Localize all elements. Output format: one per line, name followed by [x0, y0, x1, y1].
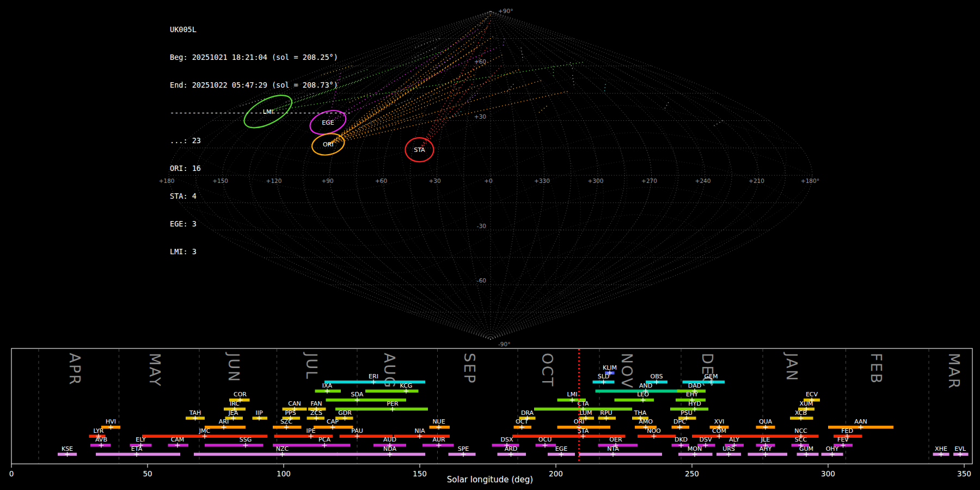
grid-line: [428, 55, 550, 298]
shower-label: ERI: [369, 373, 378, 380]
month-label: MAY: [146, 353, 163, 388]
shower-label: OBS: [651, 373, 663, 380]
month-label: JUL: [303, 352, 320, 380]
shower-label: ARI: [219, 418, 229, 425]
shower-GUM: GUM: [797, 445, 819, 457]
grid-line: [354, 58, 549, 329]
month-label: NOV: [618, 353, 635, 389]
grid-line: [432, 22, 627, 293]
shower-label: NIA: [415, 427, 425, 434]
grid-line: [378, 27, 470, 82]
month-label: MAR: [946, 353, 963, 390]
shower-ZCS: ZCS: [307, 409, 325, 421]
lat-label: -30: [477, 223, 486, 229]
meteor-trail: [521, 48, 523, 60]
shower-ETA: ETA: [96, 445, 180, 457]
grid-line: [491, 11, 786, 340]
shower-label: NTA: [607, 445, 619, 452]
meteor-trail: [328, 28, 487, 145]
shower-label: EGE: [555, 445, 567, 452]
shower-label: SSG: [240, 436, 252, 443]
shower-NZC: NZC: [194, 445, 338, 457]
meteor-trail: [434, 57, 453, 69]
shower-label: PAU: [351, 427, 363, 434]
shower-KSE: KSE: [58, 445, 77, 457]
meteor-trail: [328, 91, 568, 144]
shower-EVL: EVL: [953, 445, 969, 457]
grid-line: [432, 48, 560, 295]
meteor-trail: [538, 106, 547, 113]
shower-AAN: AAN: [828, 418, 893, 430]
shower-label: DRA: [521, 409, 534, 416]
shower-label: AAN: [854, 418, 867, 425]
shower-label: KCG: [400, 382, 413, 389]
count-lmi: LMI: 3: [170, 247, 351, 256]
shower-label: JEA: [228, 409, 238, 416]
shower-label: AND: [639, 382, 652, 389]
grid-line: [378, 57, 549, 318]
radiant-label: STA: [414, 146, 425, 154]
shower-label: DPC: [673, 418, 686, 425]
shower-label: AVB: [95, 436, 107, 443]
activity-bar: [194, 453, 338, 456]
shower-label: ZCS: [310, 409, 322, 416]
shower-label: OCT: [516, 418, 528, 425]
shower-STA: STA: [512, 427, 626, 439]
shower-label: KLIM: [603, 364, 617, 371]
grid-line: [401, 57, 549, 310]
grid-line: [433, 32, 604, 293]
shower-label: MON: [688, 445, 702, 452]
lat-label: +30: [474, 113, 486, 120]
shower-label: QUA: [759, 418, 773, 425]
shower-label: CAP: [327, 418, 339, 425]
month-label: FEB: [868, 353, 885, 385]
grid-line: [431, 52, 553, 296]
shower-label: IPE: [307, 427, 316, 434]
grid-line: [431, 22, 677, 293]
shower-label: IRC: [230, 400, 240, 407]
meteor-trail: [664, 102, 669, 109]
meteor-trail: [466, 93, 478, 102]
shower-label: TAH: [189, 409, 201, 416]
shower-label: CAN: [288, 400, 301, 407]
shower-AVB: AVB: [90, 436, 111, 448]
lat-label: +90°: [498, 8, 513, 14]
shower-label: OCU: [538, 436, 552, 443]
shower-SPE: SPE: [449, 445, 476, 457]
shower-XHE: XHE: [933, 445, 950, 457]
shower-label: NOO: [647, 427, 661, 434]
meteor-trail: [506, 84, 513, 94]
shower-MON: MON: [678, 445, 713, 457]
month-label: AUG: [381, 353, 398, 389]
shower-label: SCC: [795, 436, 807, 443]
shower-label: GDR: [338, 409, 352, 416]
shower-label: SZC: [280, 418, 293, 425]
lon-label: +330: [534, 177, 550, 184]
shower-LEO: LEO: [615, 391, 654, 402]
shower-label: NDA: [383, 445, 397, 452]
shower-SSG: SSG: [205, 436, 264, 448]
shower-label: IXA: [322, 382, 333, 389]
shower-XCB: XCB: [790, 409, 813, 421]
lon-label: +270: [641, 177, 657, 184]
activity-bar: [579, 453, 663, 456]
shower-label: NCC: [794, 427, 807, 434]
shower-label: AUR: [432, 436, 445, 443]
meteor-trail: [553, 66, 554, 77]
shower-label: ECV: [806, 391, 818, 398]
shower-label: JLE: [761, 436, 770, 443]
count-ori: ORI: 16: [170, 164, 351, 173]
meteor-trail: [478, 19, 487, 28]
grid-line: [491, 11, 544, 340]
shower-label: OER: [609, 436, 622, 443]
grid-line: [432, 12, 652, 293]
shower-ARI: ARI: [205, 418, 246, 430]
shower-label: OHY: [826, 445, 839, 452]
shower-label: AMO: [639, 418, 653, 425]
lon-label: +210: [749, 177, 764, 184]
shower-label: ALY: [729, 436, 739, 443]
count-ege: EGE: 3: [170, 219, 351, 229]
shower-OCT: OCT: [514, 418, 532, 430]
shower-label: FEV: [837, 436, 849, 443]
shower-label: HYD: [688, 400, 701, 407]
